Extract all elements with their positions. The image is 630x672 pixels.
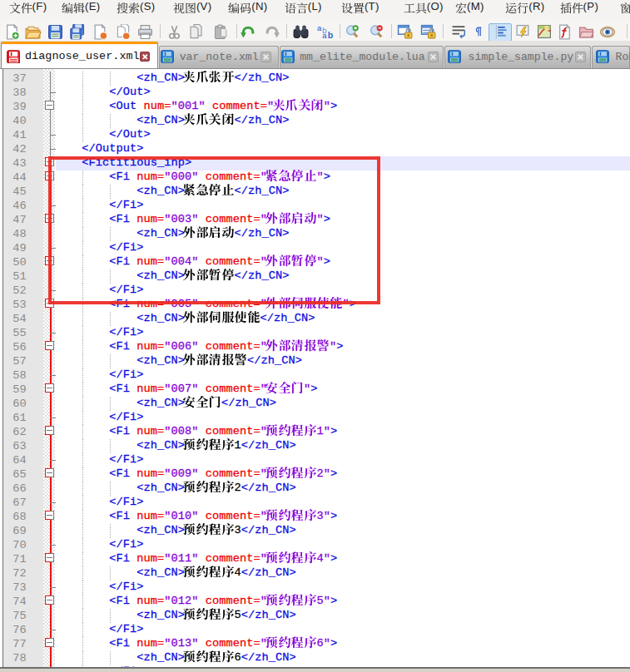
svg-text:b: b (328, 29, 334, 39)
svg-text:a: a (322, 30, 327, 39)
svg-text:a: a (317, 24, 322, 32)
